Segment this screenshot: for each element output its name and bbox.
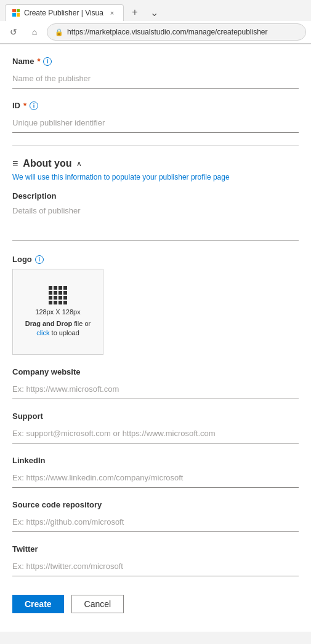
active-tab[interactable]: Create Publisher | Visua ×: [5, 4, 124, 21]
tab-favicon: [12, 9, 20, 17]
support-input[interactable]: [12, 424, 299, 443]
twitter-label: Twitter: [12, 544, 299, 554]
address-text: https://marketplace.visualstudio.com/man…: [67, 28, 268, 36]
id-input[interactable]: [12, 113, 299, 133]
id-required: *: [23, 101, 26, 110]
name-required: *: [37, 57, 40, 66]
website-field-group: Company website: [12, 367, 299, 399]
tab-title: Create Publisher | Visua: [24, 9, 103, 17]
name-field-group: Name * i: [12, 57, 299, 89]
tab-menu-button[interactable]: ⌄: [146, 4, 163, 21]
id-field-group: ID * i: [12, 101, 299, 133]
id-label-text: ID: [12, 101, 20, 110]
website-input[interactable]: [12, 380, 299, 399]
logo-grid-icon: [49, 286, 67, 304]
logo-drag-label: Drag and Drop: [25, 320, 72, 327]
lock-icon: 🔒: [55, 28, 63, 36]
twitter-label-text: Twitter: [12, 544, 38, 554]
name-info-icon[interactable]: i: [43, 57, 52, 66]
logo-click-link[interactable]: click: [36, 329, 49, 336]
website-label-text: Company website: [12, 367, 81, 376]
support-label-text: Support: [12, 411, 43, 421]
id-info-icon[interactable]: i: [30, 101, 38, 110]
tab-close-button[interactable]: ×: [107, 8, 117, 18]
linkedin-label: LinkedIn: [12, 456, 299, 465]
section-divider: [12, 145, 299, 146]
source-field-group: Source code repository: [12, 500, 299, 532]
home-button[interactable]: ⌂: [26, 23, 43, 41]
cancel-button[interactable]: Cancel: [71, 595, 124, 613]
description-field-group: Description: [12, 191, 299, 242]
logo-or-text: file or: [74, 320, 91, 327]
section-icon: ≡: [12, 158, 18, 169]
id-label: ID * i: [12, 101, 299, 110]
source-label: Source code repository: [12, 500, 299, 509]
logo-upload-text: to upload: [52, 329, 79, 336]
logo-field-group: Logo i 128px X 128px Drag and Drop file …: [12, 255, 299, 355]
name-label-text: Name: [12, 57, 34, 66]
logo-drag-text: Drag and Drop file or click to upload: [25, 319, 91, 338]
source-label-text: Source code repository: [12, 500, 102, 509]
linkedin-label-text: LinkedIn: [12, 456, 45, 465]
page-content: Name * i ID * i ≡ About you ∧ We will us…: [0, 44, 311, 632]
logo-info-icon[interactable]: i: [35, 255, 44, 264]
linkedin-field-group: LinkedIn: [12, 456, 299, 488]
nav-bar: ↺ ⌂ 🔒 https://marketplace.visualstudio.c…: [0, 21, 311, 44]
create-button[interactable]: Create: [12, 595, 64, 613]
logo-label-text: Logo: [12, 255, 32, 264]
description-textarea[interactable]: [12, 204, 299, 241]
logo-size-text: 128px X 128px: [35, 308, 80, 316]
refresh-button[interactable]: ↺: [5, 23, 22, 41]
name-input[interactable]: [12, 69, 299, 89]
description-label-text: Description: [12, 191, 57, 201]
section-subtitle: We will use this information to populate…: [12, 173, 299, 181]
section-title: About you: [23, 158, 71, 169]
address-bar[interactable]: 🔒 https://marketplace.visualstudio.com/m…: [47, 23, 306, 41]
support-label: Support: [12, 411, 299, 421]
twitter-field-group: Twitter: [12, 544, 299, 576]
logo-label: Logo i: [12, 255, 299, 264]
twitter-input[interactable]: [12, 557, 299, 576]
new-tab-button[interactable]: +: [126, 4, 143, 21]
tab-bar: Create Publisher | Visua × + ⌄: [0, 0, 311, 21]
logo-drop-area[interactable]: 128px X 128px Drag and Drop file or clic…: [12, 269, 103, 355]
linkedin-input[interactable]: [12, 468, 299, 488]
collapse-icon[interactable]: ∧: [76, 159, 82, 168]
description-label: Description: [12, 191, 299, 201]
name-label: Name * i: [12, 57, 299, 66]
about-section-header: ≡ About you ∧: [12, 158, 299, 169]
button-row: Create Cancel: [12, 595, 299, 613]
source-input[interactable]: [12, 512, 299, 532]
website-label: Company website: [12, 367, 299, 376]
support-field-group: Support: [12, 411, 299, 443]
browser-chrome: Create Publisher | Visua × + ⌄ ↺ ⌂ 🔒 htt…: [0, 0, 311, 44]
